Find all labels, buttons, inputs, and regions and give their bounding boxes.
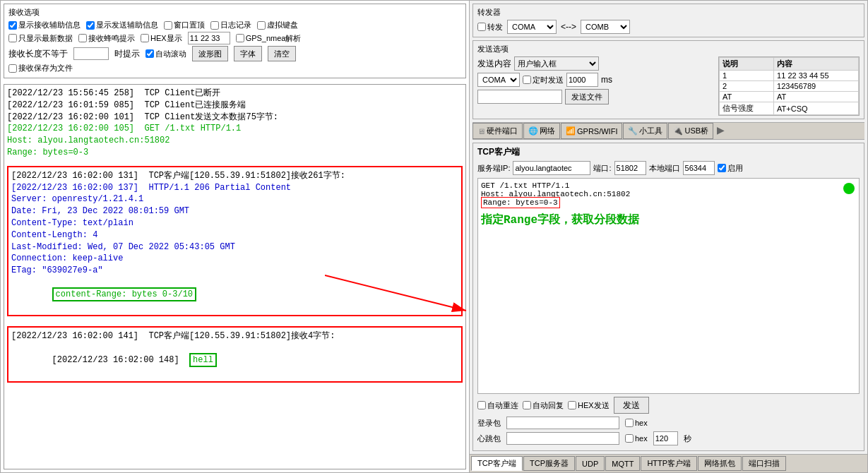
waveform-button[interactable]: 波形图 (192, 46, 228, 61)
login-pkg-label: 登录包 (477, 418, 501, 429)
relay-title: 转发器 (477, 7, 860, 18)
log-box-line-3: Server: openresty/1.21.4.1 (11, 193, 458, 205)
log-record-checkbox[interactable]: 日志记录 (210, 20, 251, 30)
send-text-input[interactable] (477, 90, 562, 104)
tcp-bottom-row: 自动重连 自动回复 HEX发送 发送 (477, 397, 860, 414)
log-line-6: Range: bytes=0-3 (7, 147, 463, 159)
show-latest-checkbox[interactable]: 只显示最新数据 (8, 33, 73, 44)
table-row: 2 123456789 (720, 81, 859, 92)
relay-arrow: <--> (561, 22, 576, 32)
tab-usb[interactable]: 🔌 USB桥 (668, 123, 713, 139)
bottom-tab-network-capture[interactable]: 网络抓包 (698, 456, 742, 471)
relay-coma-select[interactable]: COMA (507, 20, 557, 34)
log-line-2: [2022/12/23 16:01:59 085] TCP Client已连接服… (7, 100, 463, 112)
table-header-desc: 说明 (720, 58, 774, 71)
send-options-section: 发送选项 发送内容 用户输入框 COMA 定时发送 m (472, 40, 864, 119)
tcp-client-title: TCP客户端 (477, 146, 860, 158)
table-row-4-desc: 信号强度 (720, 102, 774, 115)
bottom-tab-port-scan[interactable]: 端口扫描 (742, 456, 786, 471)
bottom-tab-tcp-server[interactable]: TCP服务器 (523, 456, 575, 471)
log-box2-prefix: [2022/12/23 16:02:00 148] (52, 355, 189, 365)
tab-hardware[interactable]: 🖥 硬件端口 (472, 123, 523, 139)
tab-tools[interactable]: 🔧 小工具 (623, 123, 667, 139)
timed-interval-input[interactable] (566, 73, 598, 87)
enable-checkbox[interactable]: 启用 (718, 163, 743, 174)
table-header-content: 内容 (774, 58, 859, 71)
heartbeat-pkg-input[interactable] (506, 432, 619, 445)
relay-forward-checkbox[interactable]: 转发 (477, 22, 503, 32)
tcp-text-line-3: Range: bytes=0-3 (481, 198, 856, 207)
bottom-tabs: TCP客户端 TCP服务器 UDP MQTT HTTP客户端 网络抓包 端口扫描 (470, 454, 867, 472)
bottom-tab-udp[interactable]: UDP (576, 456, 605, 471)
send-file-button[interactable]: 发送文件 (565, 89, 609, 104)
clear-button[interactable]: 清空 (268, 46, 296, 61)
table-row: 信号强度 AT+CSQ (720, 102, 859, 115)
log-box-red-2: [2022/12/23 16:02:00 141] TCP客户端[120.55.… (7, 326, 463, 382)
options-row-3: 接收长度不等于 时提示 自动滚动 波形图 字体 清空 (8, 46, 461, 61)
tab-gprs[interactable]: 📶 GPRS/WIFI (561, 123, 622, 139)
show-send-assist-checkbox[interactable]: 显示发送辅助信息 (86, 20, 158, 30)
bottom-tab-http-client[interactable]: HTTP客户端 (641, 456, 697, 471)
heartbeat-hex-checkbox[interactable]: hex (625, 434, 648, 443)
gps-nmea-checkbox[interactable]: GPS_nmea解析 (236, 33, 302, 44)
log-box-line-7: Last-Modified: Wed, 07 Dec 2022 05:43:05… (11, 241, 458, 253)
hex-value-input[interactable] (188, 32, 230, 44)
auto-scroll-checkbox[interactable]: 自动滚动 (145, 49, 186, 59)
length-input[interactable] (73, 47, 109, 60)
relay-section: 转发器 转发 COMA <--> COMB (472, 4, 864, 37)
login-pkg-input[interactable] (506, 417, 619, 429)
log-box2-line-1: [2022/12/23 16:02:00 141] TCP客户端[120.55.… (11, 330, 458, 342)
send-content-select[interactable]: 用户输入框 (514, 56, 599, 71)
hint-label: 时提示 (114, 48, 140, 60)
show-receive-assist-checkbox[interactable]: 显示接收辅助信息 (8, 20, 81, 30)
log-box-line-10: content-Range: bytes 0-3/10 (11, 277, 458, 312)
port-label: 端口: (593, 163, 611, 174)
hex-display-checkbox[interactable]: HEX显示 (141, 33, 182, 44)
send-table-container: 说明 内容 1 11 22 33 44 55 2 123456789 (718, 56, 860, 116)
heartbeat-interval-input[interactable] (653, 431, 678, 445)
table-row-3-content: AT (774, 92, 859, 102)
options-row-1: 显示接收辅助信息 显示发送辅助信息 窗口置顶 日志记录 虚拟键盘 (8, 20, 461, 30)
virtual-keyboard-checkbox[interactable]: 虚拟键盘 (257, 20, 298, 30)
auto-reconnect-checkbox[interactable]: 自动重连 (477, 400, 518, 411)
heartbeat-pkg-row: 心跳包 hex 秒 (477, 431, 860, 445)
network-icon: 🌐 (528, 126, 538, 136)
tabs-scroll-right[interactable]: ▶ (714, 123, 727, 139)
local-port-input[interactable] (683, 161, 715, 175)
send-coma-row: COMA 定时发送 ms (477, 73, 713, 87)
table-row-4-content: AT+CSQ (774, 102, 859, 115)
table-row-2-desc: 2 (720, 81, 774, 92)
port-input[interactable] (614, 161, 646, 175)
auto-reply-checkbox[interactable]: 自动回复 (523, 400, 564, 411)
timed-send-checkbox[interactable]: 定时发送 (523, 75, 564, 85)
log-box-line-2: [2022/12/23 16:02:00 137] HTTP/1.1 206 P… (11, 182, 458, 194)
send-content-label: 发送内容 (477, 58, 511, 70)
log-line-1: [2022/12/23 15:56:45 258] TCP Client已断开 (7, 88, 463, 100)
bottom-tab-mqtt[interactable]: MQTT (605, 456, 640, 471)
log-area: [2022/12/23 15:56:45 258] TCP Client已断开 … (4, 84, 466, 469)
relay-comb-select[interactable]: COMB (581, 20, 630, 34)
local-port-label: 本地端口 (649, 163, 680, 174)
save-to-file-checkbox[interactable]: 接收保存为文件 (8, 63, 73, 73)
font-button[interactable]: 字体 (234, 46, 262, 61)
send-button[interactable]: 发送 (614, 397, 649, 414)
tab-network[interactable]: 🌐 网络 (523, 123, 560, 139)
log-box-line-5: Content-Type: text/plain (11, 217, 458, 229)
gprs-icon: 📶 (566, 126, 576, 136)
login-hex-checkbox[interactable]: hex (625, 419, 648, 427)
bottom-tab-tcp-client[interactable]: TCP客户端 (471, 456, 523, 471)
tcp-client-section: TCP客户端 服务端IP: 端口: 本地端口 启用 GET /1.txt HTT… (472, 143, 864, 451)
send-coma-select[interactable]: COMA (477, 73, 520, 87)
tcp-text-line-1: GET /1.txt HTTP/1.1 (481, 181, 856, 190)
receive-beep-checkbox[interactable]: 接收蜂鸣提示 (78, 33, 135, 44)
server-ip-input[interactable] (513, 161, 590, 175)
send-options-title: 发送选项 (477, 44, 860, 54)
login-pkg-row: 登录包 hex (477, 417, 860, 429)
receive-options-section: 接收选项 显示接收辅助信息 显示发送辅助信息 窗口置顶 日志记录 虚拟键盘 只显… (4, 4, 466, 78)
hex-send-checkbox[interactable]: HEX发送 (568, 400, 610, 411)
send-file-row: 发送文件 (477, 89, 713, 104)
tcp-server-row: 服务端IP: 端口: 本地端口 启用 (477, 161, 860, 175)
receive-options-title: 接收选项 (8, 7, 461, 18)
table-row-1-desc: 1 (720, 71, 774, 81)
window-top-checkbox[interactable]: 窗口置顶 (164, 20, 205, 30)
